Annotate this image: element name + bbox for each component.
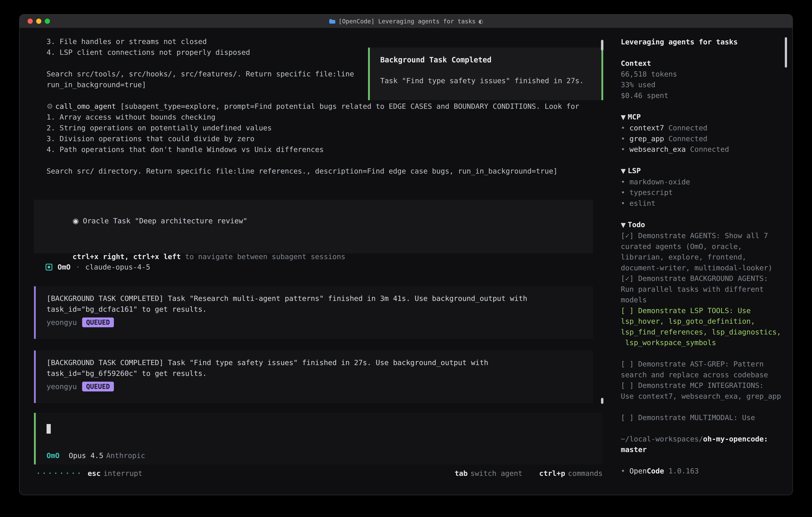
toast-title: Background Task Completed — [380, 56, 601, 64]
text-line — [621, 155, 789, 166]
toast-notification[interactable]: Background Task Completed Task "Find typ… — [368, 48, 603, 100]
text-line: ▼ MCP — [621, 112, 789, 123]
text-line: ~/local-workspaces/oh-my-opencode: — [621, 434, 789, 444]
text-line: ⚙ call_omo_agent [subagent_type=explore,… — [47, 101, 579, 112]
text-line: 33% used — [621, 79, 789, 90]
text-line: [✓] Demonstrate AGENTS: Show all 7 — [621, 230, 789, 241]
zoom-button[interactable] — [45, 19, 50, 24]
text-line: lsp_workspace_symbols — [621, 337, 789, 348]
omo-agent-icon — [46, 264, 52, 271]
text-line — [621, 402, 789, 412]
message-line: [BACKGROUND TASK COMPLETED] Task "Resear… — [47, 293, 593, 304]
text-line: ▼ LSP — [621, 165, 789, 176]
text-line: • typescript — [621, 187, 789, 198]
main-scrollbar-thumb-top[interactable] — [601, 40, 603, 51]
oracle-task-panel[interactable]: ◉Oracle Task "Deep architecture review" … — [34, 200, 593, 253]
text-line: ▼ Todo — [621, 219, 789, 230]
text-line: 2. String operations on potentially unde… — [47, 123, 579, 133]
input-agent-name: OmO — [47, 452, 60, 460]
minimize-button[interactable] — [36, 19, 41, 24]
queued-badge: QUEUED — [82, 382, 114, 391]
separator-dot: · — [76, 263, 80, 271]
message-author: yeongyu — [47, 382, 77, 391]
text-line: [ ] Demonstrate LSP TOOLS: Use — [621, 305, 789, 316]
queued-badge: QUEUED — [82, 318, 114, 327]
text-line: 4. Path operations that don't handle Win… — [47, 144, 579, 155]
message-line: task_id="bg_dcfac161" to get results. — [47, 304, 593, 315]
message-meta: yeongyu QUEUED — [47, 382, 593, 391]
window-title: [OpenCode] Leveraging agents for tasks ◐ — [329, 18, 483, 25]
input-provider-name: Anthropic — [106, 452, 145, 460]
status-right: tab switch agent ctrl+p commands — [455, 468, 603, 479]
text-line: models — [621, 295, 789, 305]
text-line: • websearch_exa Connected — [621, 144, 789, 155]
hint-keys: ctrl+x right, ctrl+x left — [72, 252, 181, 261]
hint-text: to navigate between subagent sessions — [181, 252, 345, 261]
text-line: 66,518 tokens — [621, 69, 789, 80]
text-line: search and replace across codebase — [621, 370, 789, 380]
spinner-dots: ········ — [36, 469, 83, 478]
text-line — [621, 47, 789, 58]
terminal-window: [OpenCode] Leveraging agents for tasks ◐… — [19, 14, 793, 495]
text-line: lsp_hover, lsp_goto_definition, — [621, 316, 789, 327]
ctrlp-key-hint: ctrl+p — [539, 469, 565, 478]
text-line: Context — [621, 58, 789, 69]
agent-header: OmO · claude-opus-4-5 — [46, 263, 150, 271]
text-line: [ ] Demonstrate AST-GREP: Pattern — [621, 359, 789, 370]
half-circle-icon: ◐ — [478, 18, 483, 24]
text-line: Leveraging agents for tasks — [621, 36, 789, 47]
input-model-name: Opus 4.5 — [69, 452, 103, 460]
text-line: master — [621, 444, 789, 455]
text-cursor — [47, 424, 51, 434]
folder-icon — [329, 19, 336, 24]
text-line: document-writer, multimodal-looker) — [621, 263, 789, 273]
text-line — [621, 209, 789, 219]
status-left: ········ esc interrupt — [36, 468, 142, 479]
text-line — [621, 101, 789, 112]
agent-name: OmO — [58, 263, 70, 271]
ctrlp-key-label: commands — [568, 469, 603, 478]
close-button[interactable] — [28, 19, 33, 24]
background-task-message: [BACKGROUND TASK COMPLETED] Task "Find t… — [34, 351, 593, 403]
titlebar: [OpenCode] Leveraging agents for tasks ◐ — [20, 15, 792, 28]
tab-key-hint: tab — [455, 469, 467, 478]
background-task-message: [BACKGROUND TASK COMPLETED] Task "Resear… — [34, 286, 593, 339]
text-line: 3. Division operations that could divide… — [47, 133, 579, 144]
text-line: [✓] Demonstrate BACKGROUND AGENTS: — [621, 273, 789, 284]
oracle-icon: ◉ — [72, 217, 79, 225]
text-line — [621, 455, 789, 466]
text-line — [621, 423, 789, 434]
text-line: 1. Array access without bounds checking — [47, 112, 579, 123]
text-line: • eslint — [621, 198, 789, 209]
text-line: Search src/ directory. Return specific f… — [47, 166, 579, 176]
message-line: task_id="bg_6f59260c" to get results. — [47, 368, 593, 379]
esc-key-hint: esc — [88, 469, 101, 478]
text-line: • OpenCode 1.0.163 — [621, 466, 789, 477]
input-model-row: OmO Opus 4.5 Anthropic — [47, 452, 145, 460]
status-bar: ········ esc interrupt tab switch agent … — [34, 468, 603, 479]
oracle-task-title: ◉Oracle Task "Deep architecture review" — [47, 209, 593, 233]
tab-key-label: switch agent — [470, 469, 522, 478]
message-line: [BACKGROUND TASK COMPLETED] Task "Find t… — [47, 357, 593, 368]
text-line: $0.46 spent — [621, 90, 789, 101]
toast-body: Task "Find type safety issues" finished … — [380, 77, 601, 85]
sidebar: Leveraging agents for tasks Context66,51… — [621, 36, 789, 477]
prompt-input[interactable]: OmO Opus 4.5 Anthropic — [34, 413, 603, 464]
agent-model: claude-opus-4-5 — [85, 263, 150, 271]
text-line: lsp_find_references, lsp_diagnostics, — [621, 327, 789, 337]
text-line: • context7 Connected — [621, 123, 789, 133]
text-line: [ ] Demonstrate MULTIMODAL: Use — [621, 412, 789, 423]
main-scrollbar-thumb-bottom[interactable] — [601, 398, 603, 404]
text-line: Run parallel tasks with different — [621, 284, 789, 295]
message-meta: yeongyu QUEUED — [47, 318, 593, 327]
message-author: yeongyu — [47, 318, 77, 326]
text-line: librarian, explore, frontend, — [621, 252, 789, 263]
text-line: 3. File handles or streams not closed — [47, 36, 579, 47]
text-line: Use context7, websearch_exa, grep_app — [621, 391, 789, 402]
text-line: [ ] Demonstrate MCP INTEGRATIONS: — [621, 380, 789, 391]
text-line: curated agents (OmO, oracle, — [621, 241, 789, 252]
sidebar-scrollbar-thumb[interactable] — [785, 37, 787, 67]
window-title-text: [OpenCode] Leveraging agents for tasks — [339, 18, 475, 25]
text-line: • markdown-oxide — [621, 176, 789, 187]
esc-key-label: interrupt — [104, 469, 142, 478]
